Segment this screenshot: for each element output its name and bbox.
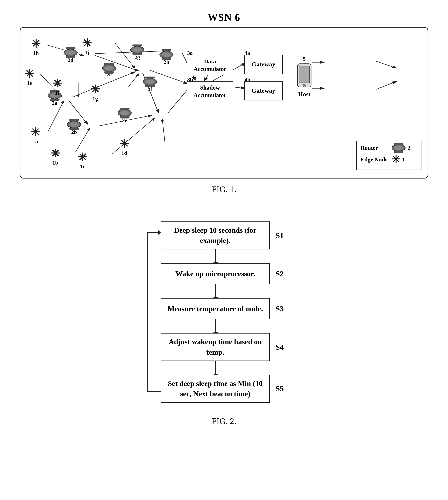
flow-text-s4: Adjust wakeup time based on temp. xyxy=(165,337,265,357)
star-icon-1g: ✳ xyxy=(90,84,100,95)
data-accumulator-box: DataAccumulator xyxy=(187,55,233,75)
legend-edge-row: Edge Node ✳ 1 xyxy=(361,154,418,165)
edge-1e: ✳ 1e xyxy=(25,68,34,86)
edge-1h: ✳ 1h xyxy=(31,38,41,56)
flow-step-s5: Set deep sleep time as Min (10 sec, Next… xyxy=(161,375,287,403)
edge-1c: ✳ 1c xyxy=(78,152,87,170)
arrow-s4-s5 xyxy=(215,361,216,375)
router-2d: 2d xyxy=(64,49,78,63)
host-num-label: 5 xyxy=(303,56,306,62)
label-3a: 3a xyxy=(187,50,193,56)
flow-label-s5: S5 xyxy=(275,384,287,393)
router-2h: 2h xyxy=(160,51,174,65)
svg-line-22 xyxy=(128,74,139,87)
flow-box-s2: Wake up microprocessor. xyxy=(161,263,270,284)
flow-box-s1: Deep sleep 10 seconds (for example). xyxy=(161,221,270,249)
router-2b: 2b xyxy=(67,121,81,135)
fig2-caption: FIG. 2. xyxy=(20,416,428,426)
edge-1g: ✳ 1g xyxy=(90,84,100,102)
flow-box-s5: Set deep sleep time as Min (10 sec, Next… xyxy=(161,375,270,403)
star-icon-1e: ✳ xyxy=(25,68,34,80)
star-icon-1j: ✳ xyxy=(82,38,92,49)
loop-top-horizontal xyxy=(147,232,161,233)
shadow-accumulator-label: ShadowAccumulator xyxy=(194,84,226,99)
flow-box-s4: Adjust wakeup time based on temp. xyxy=(161,333,270,361)
gateway-4b-label: Gateway xyxy=(252,87,275,95)
edge-1b: ✳ 1b xyxy=(50,148,60,166)
host-device: 5 Host xyxy=(296,56,313,98)
edge-1e-label: 1e xyxy=(27,80,32,86)
flow-text-s2: Wake up microprocessor. xyxy=(176,269,255,279)
data-accumulator-label: DataAccumulator xyxy=(194,58,226,73)
flow-step-s3: Measure temperature of node. S3 xyxy=(161,298,287,319)
router-2g: 2g xyxy=(130,46,144,61)
flow-label-s4: S4 xyxy=(275,342,287,352)
legend-router-label: Router xyxy=(361,145,392,151)
svg-line-14 xyxy=(376,61,396,68)
gateway-4b-box: Gateway xyxy=(244,81,283,100)
fig1-section: WSN 6 xyxy=(20,12,428,206)
svg-line-19 xyxy=(162,119,165,142)
flow-step-s2: Wake up microprocessor. S2 xyxy=(161,263,287,284)
edge-1d: ✳ 1d xyxy=(120,138,129,156)
host-label: Host xyxy=(298,91,311,98)
fig1-caption: FIG. 1. xyxy=(20,184,428,194)
flow-step-s1: Deep sleep 10 seconds (for example). S1 xyxy=(161,221,287,249)
flowchart: Deep sleep 10 seconds (for example). S1 … xyxy=(20,214,428,410)
star-icon-1f: ✳ xyxy=(52,78,62,89)
svg-line-15 xyxy=(376,82,396,89)
router-2e: 2e xyxy=(102,64,116,78)
star-icon-1a: ✳ xyxy=(31,127,40,138)
fig2-section: Deep sleep 10 seconds (for example). S1 … xyxy=(20,214,428,438)
label-4a: 4a xyxy=(245,50,250,56)
arrow-s3-s4 xyxy=(215,319,216,333)
legend-edge-label: Edge Node xyxy=(361,156,392,163)
edge-1a-label: 1a xyxy=(33,138,38,145)
star-icon-1d: ✳ xyxy=(120,138,129,150)
label-4b: 4b xyxy=(245,76,250,83)
shadow-accumulator-box: ShadowAccumulator xyxy=(187,81,233,101)
edge-1j: ✳ 1j xyxy=(82,38,92,56)
legend-edge-num: 1 xyxy=(402,156,405,163)
star-icon-1b: ✳ xyxy=(50,148,60,159)
svg-rect-26 xyxy=(299,66,310,83)
router-2f: 2f xyxy=(143,78,157,92)
flow-text-s1: Deep sleep 10 seconds (for example). xyxy=(165,225,265,246)
edge-1d-label: 1d xyxy=(122,150,127,156)
arrow-s1-s2 xyxy=(215,249,216,263)
flowchart-inner: Deep sleep 10 seconds (for example). S1 … xyxy=(161,221,287,403)
fig1-diagram: 2a 2b 2c 2d xyxy=(20,27,428,179)
flow-text-s3: Measure temperature of node. xyxy=(168,303,263,314)
legend-star-icon: ✳ xyxy=(392,154,400,165)
loop-vertical-line xyxy=(147,232,148,392)
phone-icon xyxy=(296,63,313,90)
legend-box: Router 2 Edge Node ✳ 1 xyxy=(356,141,422,170)
edge-1j-label: 1j xyxy=(85,49,89,56)
legend-router-row: Router 2 xyxy=(361,144,418,151)
flow-label-s1: S1 xyxy=(275,231,287,240)
edge-1c-label: 1c xyxy=(80,164,85,170)
edge-1h-label: 1h xyxy=(33,50,39,56)
flow-label-s3: S3 xyxy=(275,304,287,313)
label-3b: 3b xyxy=(187,76,193,83)
svg-point-27 xyxy=(303,84,306,87)
flow-text-s5: Set deep sleep time as Min (10 sec, Next… xyxy=(165,379,265,399)
fig1-title: WSN 6 xyxy=(20,12,428,23)
edge-1f-label: 1f xyxy=(55,90,60,96)
router-2c: 2c xyxy=(118,109,132,123)
gateway-4a-box: Gateway xyxy=(244,55,283,74)
edge-1b-label: 1b xyxy=(52,160,58,166)
loop-bottom-horizontal xyxy=(147,391,161,392)
gateway-4a-label: Gateway xyxy=(252,61,275,69)
edge-1a: ✳ 1a xyxy=(31,127,40,145)
arrow-s2-s3 xyxy=(215,284,216,298)
flow-step-s4: Adjust wakeup time based on temp. S4 xyxy=(161,333,287,361)
flow-label-s2: S2 xyxy=(275,269,287,278)
flow-box-s3: Measure temperature of node. xyxy=(161,298,270,319)
edge-1g-label: 1g xyxy=(93,96,98,102)
star-icon-1c: ✳ xyxy=(78,152,87,163)
edge-1f: ✳ 1f xyxy=(52,78,62,96)
legend-router-num: 2 xyxy=(408,145,411,151)
star-icon-1h: ✳ xyxy=(31,38,41,49)
